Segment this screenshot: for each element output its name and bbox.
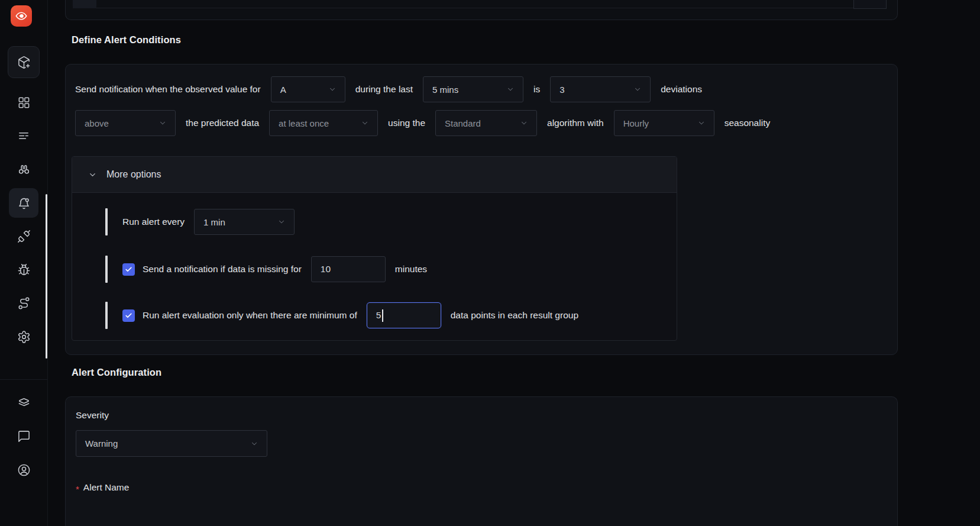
- more-options-section: More options Run alert every 1 min Send …: [72, 156, 677, 341]
- chevron-down-icon: [520, 119, 528, 127]
- chevron-down-icon: [159, 119, 167, 127]
- plug-icon: [17, 230, 31, 243]
- during-label: during the last: [355, 84, 413, 95]
- is-label: is: [533, 84, 540, 95]
- query-select-value: A: [280, 85, 286, 95]
- sidebar-item-alerts[interactable]: [9, 188, 38, 218]
- minutes-label: minutes: [395, 264, 427, 275]
- evaluation-window-value: 5 mins: [432, 85, 458, 95]
- package-plus-icon: [17, 56, 31, 69]
- min-data-points-value: 5: [376, 310, 381, 321]
- min-data-points-checkbox[interactable]: [122, 309, 135, 322]
- match-type-select[interactable]: at least once: [269, 110, 378, 136]
- row-accent-bar: [105, 208, 108, 235]
- alert-configuration-panel: Severity Warning * Alert Name: [65, 396, 898, 526]
- route-icon: [17, 296, 31, 310]
- sidebar-item-dashboards[interactable]: [9, 88, 38, 117]
- layers-icon: [17, 396, 31, 409]
- min-data-points-row: Run alert evaluation only when there are…: [105, 302, 588, 329]
- signoz-logo[interactable]: [11, 5, 32, 27]
- chevron-down-icon: [697, 119, 706, 127]
- required-marker: *: [76, 484, 79, 494]
- chevron-down-icon: [633, 85, 642, 93]
- missing-data-minutes-value: 10: [321, 264, 331, 275]
- condition-sentence-row-1: Send notification when the observed valu…: [75, 76, 702, 102]
- chevron-down-icon: [506, 85, 515, 93]
- deviation-count-select[interactable]: 3: [550, 76, 651, 102]
- row-accent-bar: [105, 302, 108, 329]
- chevron-down-icon: [88, 170, 97, 179]
- alert-name-label: Alert Name: [83, 482, 130, 493]
- sidebar-item-support-chat[interactable]: [9, 421, 38, 451]
- sidebar-divider: [0, 379, 47, 380]
- alert-frequency-value: 1 min: [203, 217, 225, 227]
- missing-data-minutes-input[interactable]: 10: [311, 256, 386, 282]
- sidebar-item-exceptions[interactable]: [9, 255, 38, 285]
- sidebar-item-explorer[interactable]: [9, 154, 38, 184]
- sidebar-scrollbar-thumb[interactable]: [46, 194, 47, 359]
- query-select[interactable]: A: [271, 76, 345, 102]
- min-data-points-input[interactable]: 5: [367, 302, 441, 328]
- eye-logo-icon: [15, 9, 28, 22]
- checkmark-icon: [125, 312, 132, 320]
- missing-data-checkbox[interactable]: [122, 263, 135, 276]
- run-alert-every-row: Run alert every 1 min: [105, 208, 295, 235]
- main-content: Define Alert Conditions Send notificatio…: [65, 0, 898, 526]
- chevron-down-icon: [328, 85, 337, 93]
- severity-select-value: Warning: [85, 438, 118, 448]
- chevron-down-icon: [250, 440, 258, 448]
- chat-bubble-icon: [17, 430, 31, 443]
- conditions-panel: Send notification when the observed valu…: [65, 64, 898, 355]
- text-cursor: [382, 309, 383, 322]
- seasonality-select[interactable]: Hourly: [614, 110, 714, 136]
- more-options-toggle[interactable]: More options: [72, 157, 677, 193]
- bug-icon: [17, 263, 31, 277]
- sidebar-item-integrations[interactable]: [9, 221, 38, 251]
- user-circle-icon: [17, 463, 31, 477]
- alert-name-row: * Alert Name: [76, 482, 129, 493]
- missing-data-label: Send a notification if data is missing f…: [143, 264, 302, 275]
- data-points-suffix-label: data points in each result group: [451, 310, 578, 321]
- row-accent-bar: [105, 256, 108, 283]
- condition-sentence-row-2: above the predicted data at least once u…: [75, 110, 770, 136]
- severity-label: Severity: [76, 410, 109, 421]
- deviations-label: deviations: [661, 84, 702, 95]
- bell-dot-icon: [17, 196, 31, 210]
- gear-icon: [17, 330, 31, 344]
- chevron-down-icon: [361, 119, 369, 127]
- checkmark-icon: [125, 266, 132, 273]
- operator-select[interactable]: above: [75, 110, 176, 136]
- using-the-label: using the: [388, 118, 425, 128]
- sidebar: [0, 0, 48, 526]
- severity-select[interactable]: Warning: [76, 430, 267, 457]
- condition-prefix-label: Send notification when the observed valu…: [75, 84, 261, 95]
- sidebar-item-layers[interactable]: [9, 388, 38, 417]
- sidebar-item-get-started[interactable]: [8, 46, 40, 78]
- alert-frequency-select[interactable]: 1 min: [194, 209, 295, 235]
- match-type-value: at least once: [279, 118, 329, 128]
- evaluation-window-select[interactable]: 5 mins: [423, 76, 523, 102]
- predicted-data-label: the predicted data: [186, 118, 259, 128]
- alert-configuration-title: Alert Configuration: [72, 367, 161, 378]
- previous-section-divider: [73, 0, 887, 8]
- algorithm-select[interactable]: Standard: [435, 110, 537, 136]
- list-lines-icon: [17, 129, 31, 143]
- sidebar-item-service-map[interactable]: [9, 288, 38, 318]
- binoculars-icon: [17, 163, 31, 176]
- sidebar-item-logs[interactable]: [9, 121, 38, 150]
- chevron-down-icon: [277, 218, 286, 226]
- algorithm-with-label: algorithm with: [547, 118, 604, 128]
- previous-section-right-box: [853, 0, 887, 9]
- deviation-count-value: 3: [559, 85, 564, 95]
- grid-icon: [17, 96, 31, 109]
- seasonality-select-value: Hourly: [623, 118, 649, 128]
- missing-data-row: Send a notification if data is missing f…: [105, 256, 436, 283]
- run-alert-every-label: Run alert every: [122, 217, 185, 227]
- sidebar-item-settings[interactable]: [9, 322, 38, 351]
- previous-section-tab[interactable]: [73, 0, 96, 8]
- more-options-title: More options: [106, 169, 161, 180]
- operator-select-value: above: [85, 118, 109, 128]
- sidebar-item-account[interactable]: [9, 455, 38, 485]
- seasonality-label: seasonality: [725, 118, 771, 128]
- define-alert-conditions-title: Define Alert Conditions: [72, 34, 181, 46]
